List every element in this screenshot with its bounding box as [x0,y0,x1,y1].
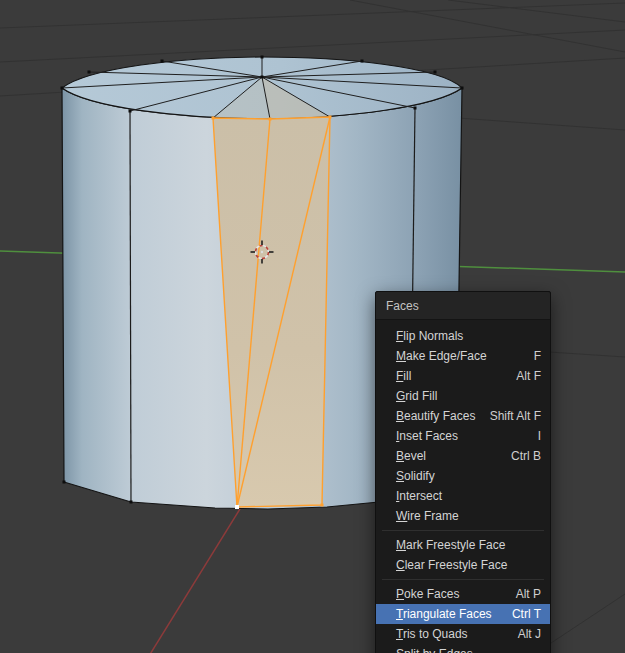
menu-item-label: Triangulate Faces [396,607,492,621]
menu-item-flip-normals[interactable]: Flip Normals [376,326,550,346]
menu-separator [376,526,550,535]
menu-item-label: Solidify [396,469,435,483]
menu-item-label: Split by Edges [396,647,473,653]
menu-item-fill[interactable]: FillAlt F [376,366,550,386]
menu-item-shortcut: Shift Alt F [490,409,541,423]
menu-item-label: Wire Frame [396,509,459,523]
menu-item-label: Tris to Quads [396,627,468,641]
menu-item-beautify-faces[interactable]: Beautify FacesShift Alt F [376,406,550,426]
menu-item-label: Grid Fill [396,389,437,403]
menu-item-bevel[interactable]: BevelCtrl B [376,446,550,466]
menu-item-shortcut: Alt F [516,369,541,383]
menu-item-label: Beautify Faces [396,409,475,423]
menu-item-label: Poke Faces [396,587,459,601]
menu-item-make-edge-face[interactable]: Make Edge/FaceF [376,346,550,366]
menu-item-intersect[interactable]: Intersect [376,486,550,506]
menu-item-mark-freestyle-face[interactable]: Mark Freestyle Face [376,535,550,555]
faces-context-menu: Faces Flip NormalsMake Edge/FaceFFillAlt… [375,291,551,653]
menu-item-shortcut: I [538,429,541,443]
menu-separator [376,575,550,584]
menu-item-shortcut: F [534,349,541,363]
menu-item-wire-frame[interactable]: Wire Frame [376,506,550,526]
menu-title: Faces [376,292,550,320]
menu-item-tris-to-quads[interactable]: Tris to QuadsAlt J [376,624,550,644]
menu-item-shortcut: Alt J [518,627,541,641]
menu-item-label: Inset Faces [396,429,458,443]
menu-item-label: Bevel [396,449,426,463]
menu-item-label: Make Edge/Face [396,349,487,363]
menu-item-label: Mark Freestyle Face [396,538,505,552]
x-axis-line [118,496,248,653]
menu-item-label: Clear Freestyle Face [396,558,507,572]
menu-item-label: Flip Normals [396,329,463,343]
menu-item-triangulate-faces[interactable]: Triangulate FacesCtrl T [376,604,550,624]
menu-item-grid-fill[interactable]: Grid Fill [376,386,550,406]
menu-items: Flip NormalsMake Edge/FaceFFillAlt FGrid… [376,320,550,653]
menu-item-solidify[interactable]: Solidify [376,466,550,486]
menu-item-clear-freestyle-face[interactable]: Clear Freestyle Face [376,555,550,575]
menu-item-shortcut: Ctrl B [511,449,541,463]
menu-item-poke-faces[interactable]: Poke FacesAlt P [376,584,550,604]
menu-item-shortcut: Ctrl T [512,607,541,621]
menu-item-split-by-edges[interactable]: Split by Edges [376,644,550,653]
menu-item-label: Fill [396,369,411,383]
active-vertex [235,505,239,509]
menu-item-shortcut: Alt P [516,587,541,601]
menu-item-label: Intersect [396,489,442,503]
menu-item-inset-faces[interactable]: Inset FacesI [376,426,550,446]
